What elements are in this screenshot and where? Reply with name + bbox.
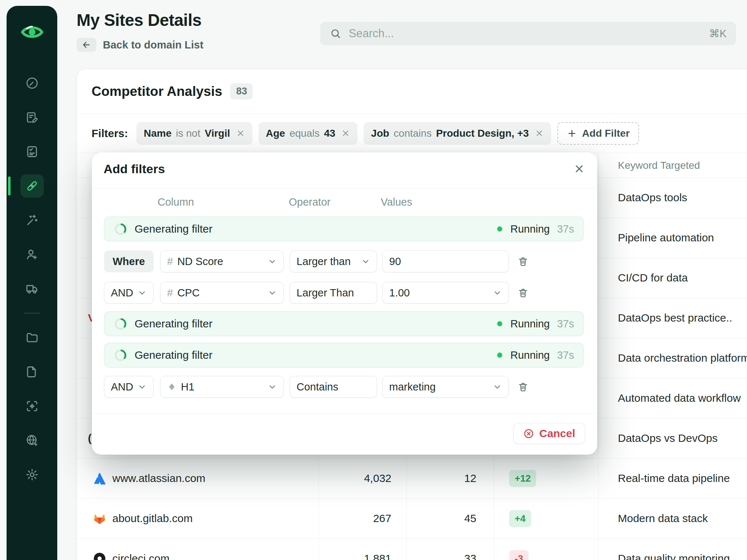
control-label: AND: [111, 381, 133, 393]
delete-row-button[interactable]: [515, 285, 531, 301]
filter-chip-list: Nameis notVirgilAgeequals43JobcontainsPr…: [136, 122, 551, 145]
table-row[interactable]: about.gitlab.com26745+4Modern data stack: [77, 498, 747, 539]
filter-condition-row: ANDH1Containsmarketing: [104, 376, 584, 398]
sidebar-item-folders[interactable]: [20, 326, 44, 349]
sidebar-item-scanner[interactable]: [20, 394, 44, 418]
site-domain: www.atlassian.com: [112, 458, 205, 498]
panel-title: Competitor Analysis: [92, 84, 222, 99]
sidebar-item-documents[interactable]: [20, 360, 44, 384]
keyword-cell: Automated data workflow: [618, 378, 741, 418]
panel-header: Competitor Analysis 83: [77, 69, 253, 113]
running-dot: [497, 353, 502, 358]
volume-cell: 1,881: [318, 538, 406, 560]
keyword-cell: Data orchestration platform: [618, 338, 747, 378]
remove-filter-icon[interactable]: [535, 129, 544, 138]
back-label: Back to domain List: [103, 39, 204, 51]
volume-cell: 267: [318, 498, 406, 538]
value-dropdown[interactable]: 1.00: [382, 282, 509, 304]
volume-cell: 4,032: [318, 458, 406, 498]
table-row[interactable]: www.atlassian.com4,03212+12Real-time dat…: [77, 458, 747, 499]
sidebar-item-contacts[interactable]: [20, 243, 44, 266]
circleci-favicon: [92, 538, 107, 560]
change-cell: -3: [509, 538, 529, 560]
spinner-icon: [114, 222, 127, 236]
sidebar-item-site-notes[interactable]: [20, 106, 44, 129]
chevron-down-icon: [134, 382, 147, 392]
control-label: 90: [389, 256, 401, 268]
search-input[interactable]: Search... ⌘K: [320, 22, 736, 45]
filter-chip-text: Job: [371, 128, 389, 139]
operator-dropdown[interactable]: Larger than: [290, 250, 377, 272]
value-dropdown[interactable]: marketing: [382, 376, 509, 398]
hash-icon: #: [167, 256, 173, 268]
value-input[interactable]: 90: [382, 250, 509, 272]
keyword-cell: CI/CD for data: [618, 258, 688, 298]
chevron-down-icon: [264, 257, 277, 266]
running-dot: [497, 226, 502, 232]
back-link[interactable]: Back to domain List: [77, 38, 204, 52]
control-label: ND Score: [177, 256, 223, 268]
delete-row-button[interactable]: [515, 379, 531, 395]
filter-chip[interactable]: JobcontainsProduct Design, +3: [364, 122, 551, 145]
delete-row-button[interactable]: [515, 253, 531, 269]
running-time: 37s: [557, 223, 574, 235]
app-logo[interactable]: [20, 20, 44, 44]
filter-chip-text: is not: [176, 128, 200, 139]
table-row[interactable]: circleci.com1,88133-3Data quality monito…: [77, 538, 747, 560]
keyword-cell: DataOps best practice..: [618, 298, 732, 338]
remove-filter-icon[interactable]: [236, 129, 245, 138]
column-dropdown[interactable]: #CPC: [160, 282, 284, 304]
cancel-icon: [523, 428, 534, 439]
close-icon[interactable]: [571, 160, 588, 177]
position-cell: 12: [406, 458, 494, 498]
operator-box[interactable]: Contains: [290, 376, 377, 398]
control-label: Contains: [297, 381, 338, 393]
sidebar-item-checklist[interactable]: [20, 140, 44, 163]
running-status: Running: [510, 349, 550, 361]
filter-chip-text: Name: [144, 128, 171, 139]
sidebar-nav: [7, 71, 57, 486]
filter-chip[interactable]: Nameis notVirgil: [136, 122, 252, 145]
sidebar-item-web-explorer[interactable]: [20, 429, 44, 452]
filter-chip-text: equals: [290, 128, 320, 139]
keyword-cell: DataOps vs DevOps: [618, 418, 717, 458]
sidebar-item-magic-tools[interactable]: [20, 209, 44, 232]
logic-operator-dropdown[interactable]: AND: [104, 282, 154, 304]
atlassian-favicon: [92, 458, 107, 498]
generating-filter-row: Generating filterRunning37s: [104, 217, 584, 241]
running-status: Running: [510, 223, 550, 235]
add-filters-modal: Add filters Cancel ColumnOperatorValuesG…: [92, 152, 597, 455]
divider: [92, 188, 597, 188]
sidebar-item-crawler[interactable]: [20, 277, 44, 300]
plus-icon: [567, 128, 577, 139]
gitlab-favicon: [92, 498, 107, 538]
chevron-down-icon: [264, 288, 277, 298]
column-dropdown[interactable]: H1: [160, 376, 284, 398]
filters-label: Filters:: [92, 127, 128, 140]
keyword-column-header: Keyword Targeted: [618, 153, 700, 178]
sidebar-item-dashboard[interactable]: [20, 71, 44, 95]
sidebar-item-backlinks[interactable]: [20, 174, 44, 198]
add-filter-button[interactable]: Add Filter: [557, 122, 639, 145]
filter-chip-text: contains: [394, 128, 431, 139]
search-shortcut: ⌘K: [709, 27, 727, 40]
control-label: H1: [181, 381, 194, 393]
app: My Sites Details Back to domain List Sea…: [0, 0, 747, 560]
running-time: 37s: [557, 318, 574, 330]
cancel-button[interactable]: Cancel: [513, 423, 585, 444]
operator-box[interactable]: Larger Than: [290, 282, 377, 304]
remove-filter-icon[interactable]: [341, 129, 350, 138]
filter-chip[interactable]: Ageequals43: [259, 122, 358, 145]
spinner-icon: [114, 349, 127, 362]
logic-operator-dropdown[interactable]: AND: [104, 376, 154, 398]
generating-filter-row: Generating filterRunning37s: [104, 343, 584, 368]
column-dropdown[interactable]: #ND Score: [160, 250, 284, 272]
generating-filter-row: Generating filterRunning37s: [104, 311, 584, 336]
sidebar-item-settings[interactable]: [20, 463, 44, 486]
modal-column-header: Values: [381, 196, 413, 208]
chevron-down-icon: [264, 382, 277, 392]
filter-condition-row: Where#ND ScoreLarger than90: [104, 250, 584, 272]
filter-chip-text: Product Design, +3: [436, 128, 529, 139]
back-arrow-icon[interactable]: [77, 38, 96, 52]
cancel-label: Cancel: [539, 427, 575, 440]
